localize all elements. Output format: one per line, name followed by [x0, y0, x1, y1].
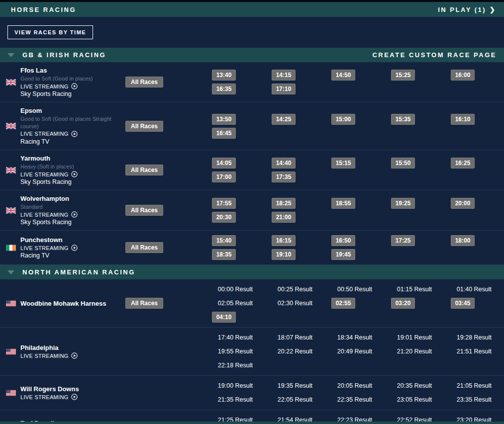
live-streaming-indicator[interactable]: LIVE STREAMING	[20, 171, 78, 177]
race-result-link[interactable]: 01:15 Result	[397, 284, 433, 295]
meeting-name[interactable]: Epsom	[20, 107, 112, 114]
meeting-row: WolverhamptonStandardLIVE STREAMINGSky S…	[0, 190, 504, 231]
flag-gb-icon	[6, 79, 16, 85]
race-result-link[interactable]: 21:05 Result	[457, 380, 493, 391]
race-time-button[interactable]: 15:25	[391, 70, 415, 81]
race-time-button[interactable]: 19:25	[391, 198, 415, 209]
in-play-link[interactable]: IN PLAY (1) ❯	[438, 6, 495, 13]
race-time-button[interactable]: 14:25	[272, 114, 296, 125]
race-result-link[interactable]: 23:05 Result	[397, 394, 433, 405]
race-result-link[interactable]: 18:34 Result	[337, 332, 373, 343]
race-time-button[interactable]: 03:45	[451, 298, 475, 309]
meeting-name[interactable]: Punchestown	[20, 236, 78, 244]
race-result-link[interactable]: 20:22 Result	[278, 346, 313, 357]
race-time-button[interactable]: 04:10	[212, 312, 236, 323]
race-result-link[interactable]: 22:35 Result	[337, 394, 373, 405]
race-time-button[interactable]: 19:45	[331, 249, 356, 260]
race-time-button[interactable]: 15:15	[331, 158, 356, 169]
live-streaming-indicator[interactable]: LIVE STREAMING	[20, 131, 112, 137]
race-time-button[interactable]: 14:40	[272, 158, 296, 169]
race-result-link[interactable]: 19:00 Result	[218, 380, 254, 391]
race-result-link[interactable]: 17:40 Result	[218, 332, 254, 343]
live-streaming-label: LIVE STREAMING	[20, 131, 69, 137]
race-result-link[interactable]: 20:05 Result	[337, 380, 373, 391]
race-time-button[interactable]: 21:00	[272, 212, 296, 223]
race-time-button[interactable]: 17:25	[391, 235, 415, 246]
view-races-by-time-button[interactable]: VIEW RACES BY TIME	[7, 25, 93, 39]
meeting-name[interactable]: Will Rogers Downs	[20, 385, 79, 393]
race-result-link[interactable]: 02:05 Result	[218, 298, 254, 309]
race-result-link[interactable]: 02:30 Result	[278, 298, 313, 309]
race-time-button[interactable]: 16:15	[272, 235, 296, 246]
race-time-button[interactable]: 17:00	[212, 171, 236, 182]
race-time-button[interactable]: 19:10	[272, 249, 296, 260]
race-time-button[interactable]: 15:35	[391, 114, 415, 125]
race-result-link[interactable]: 21:51 Result	[457, 346, 493, 357]
meeting-name[interactable]: Philadelphia	[20, 344, 78, 351]
race-time-button[interactable]: 16:00	[451, 70, 475, 81]
all-races-button[interactable]: All Races	[125, 121, 163, 132]
live-streaming-indicator[interactable]: LIVE STREAMING	[20, 352, 78, 359]
section-header[interactable]: GB & IRISH RACINGCREATE CUSTOM RACE PAGE	[0, 48, 504, 62]
race-result-link[interactable]: 19:01 Result	[397, 332, 433, 343]
all-races-button[interactable]: All Races	[125, 165, 163, 175]
race-time-button[interactable]: 16:45	[212, 128, 236, 139]
race-time-button[interactable]: 18:55	[331, 198, 356, 209]
race-time-button[interactable]: 17:55	[212, 198, 236, 209]
race-result-link[interactable]: 22:18 Result	[218, 360, 254, 371]
race-result-link[interactable]: 00:50 Result	[337, 284, 373, 295]
race-result-link[interactable]: 21:35 Result	[218, 394, 254, 405]
race-time-button[interactable]: 18:35	[212, 249, 236, 260]
race-result-link[interactable]: 01:40 Result	[457, 284, 493, 295]
race-time-button[interactable]: 15:50	[391, 158, 415, 169]
live-streaming-indicator[interactable]: LIVE STREAMING	[20, 394, 79, 400]
race-result-link[interactable]: 20:49 Result	[337, 346, 373, 357]
race-time-button[interactable]: 14:05	[212, 158, 236, 169]
race-result-link[interactable]: 19:55 Result	[218, 346, 254, 357]
race-time-button[interactable]: 13:50	[212, 114, 236, 125]
live-streaming-indicator[interactable]: LIVE STREAMING	[20, 83, 93, 89]
all-races-button[interactable]: All Races	[125, 298, 163, 309]
race-time-button[interactable]: 16:35	[212, 84, 236, 94]
live-streaming-indicator[interactable]: LIVE STREAMING	[20, 211, 78, 218]
race-result-link[interactable]: 18:07 Result	[278, 332, 313, 343]
race-time-button[interactable]: 14:15	[272, 70, 296, 81]
race-result-link[interactable]: 00:00 Result	[218, 284, 254, 295]
section-header[interactable]: NORTH AMERICAN RACING	[0, 265, 504, 279]
chevron-down-icon[interactable]	[7, 270, 14, 274]
race-result-link[interactable]: 19:28 Result	[457, 332, 493, 343]
race-result-link[interactable]: 00:25 Result	[278, 284, 313, 295]
race-result-link[interactable]: 22:05 Result	[278, 394, 313, 405]
race-time-button[interactable]: 17:35	[272, 171, 296, 182]
race-time-button[interactable]: 14:50	[331, 70, 356, 81]
races-area: All Races14:0514:4015:1515:5016:2517:001…	[119, 158, 504, 182]
race-result-link[interactable]: 19:35 Result	[278, 380, 313, 391]
chevron-down-icon[interactable]	[7, 53, 14, 57]
race-time-button[interactable]: 15:40	[212, 235, 236, 246]
live-streaming-indicator[interactable]: LIVE STREAMING	[20, 245, 78, 251]
all-races-button[interactable]: All Races	[125, 242, 163, 253]
race-time-button[interactable]: 16:50	[331, 235, 356, 246]
race-time-button[interactable]: 16:10	[451, 114, 475, 125]
meeting-name[interactable]: Wolverhampton	[20, 195, 78, 202]
race-result-link[interactable]: 20:35 Result	[397, 380, 433, 391]
race-time-button[interactable]: 02:55	[331, 298, 356, 309]
race-time-button[interactable]: 13:40	[212, 70, 236, 81]
race-time-button[interactable]: 18:00	[451, 235, 475, 246]
meeting-name[interactable]: Woodbine Mohawk Harness	[20, 300, 106, 307]
meeting-name[interactable]: Ffos Las	[20, 67, 93, 74]
race-result-link[interactable]: 23:35 Result	[457, 394, 493, 405]
create-custom-race-page-link[interactable]: CREATE CUSTOM RACE PAGE	[372, 51, 497, 59]
race-result-link[interactable]: 21:20 Result	[397, 346, 433, 357]
race-time-button[interactable]: 20:30	[212, 212, 236, 223]
race-time-button[interactable]: 15:00	[331, 114, 356, 125]
race-time-button[interactable]: 18:25	[272, 198, 296, 209]
race-time-button[interactable]: 17:10	[272, 84, 296, 94]
race-time-button[interactable]: 20:00	[451, 198, 475, 209]
all-races-button[interactable]: All Races	[125, 77, 163, 87]
race-time-button[interactable]: 16:25	[451, 158, 475, 169]
all-races-button[interactable]: All Races	[125, 205, 163, 216]
play-circle-icon	[71, 245, 78, 251]
meeting-name[interactable]: Yarmouth	[20, 155, 78, 162]
race-time-button[interactable]: 03:20	[391, 298, 415, 309]
